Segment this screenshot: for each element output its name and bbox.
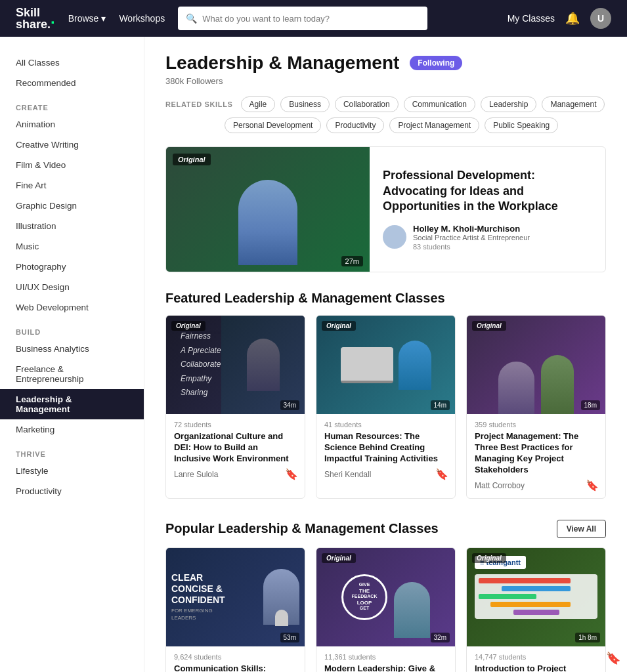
browse-menu[interactable]: Browse ▾ bbox=[68, 13, 106, 24]
pop-card-3-title: Introduction to Project Management: Meth… bbox=[475, 663, 597, 672]
featured-thumb-bg bbox=[166, 147, 370, 272]
popular-cards-grid: CLEARCONCISE &CONFIDENT FOR EMERGINGLEAD… bbox=[165, 547, 606, 672]
logo[interactable]: Skill share. . bbox=[16, 7, 55, 30]
featured-card-2[interactable]: Original 14m 41 students Human Resources… bbox=[316, 315, 456, 499]
sidebar-section-thrive: THRIVE bbox=[0, 440, 144, 461]
pop-card-2-body: 11,361 students Modern Leadership: Give … bbox=[316, 646, 455, 672]
skill-tag-productivity[interactable]: Productivity bbox=[326, 117, 384, 133]
pop-card-3-duration: 1h 8m bbox=[575, 633, 600, 642]
sidebar-item-marketing[interactable]: Marketing bbox=[0, 419, 144, 440]
card-2-bookmark-icon[interactable]: 🔖 bbox=[435, 468, 448, 480]
skill-tag-personal-dev[interactable]: Personal Development bbox=[225, 117, 321, 133]
sidebar-item-creative-writing[interactable]: Creative Writing bbox=[0, 135, 144, 155]
sidebar-item-photography[interactable]: Photography bbox=[0, 257, 144, 277]
pop-card-2-students: 11,361 students bbox=[324, 653, 447, 661]
card-3-instructor: Matt Corroboy bbox=[475, 481, 597, 490]
sidebar-item-leadership[interactable]: Leadership & Management bbox=[0, 389, 144, 419]
card-1-title: Organizational Culture and DEI: How to B… bbox=[174, 431, 297, 465]
sidebar-item-freelance[interactable]: Freelance & Entrepreneurship bbox=[0, 359, 144, 389]
card-3-students: 359 students bbox=[475, 421, 597, 429]
sidebar-item-music[interactable]: Music bbox=[0, 236, 144, 257]
instructor-name: Holley M. Kholi-Murchison bbox=[413, 224, 530, 234]
card-2-badge: Original bbox=[322, 321, 356, 331]
card-2-instructor: Sheri Kendall bbox=[324, 470, 447, 479]
card-1-bookmark-icon[interactable]: 🔖 bbox=[285, 468, 298, 480]
popular-card-2[interactable]: GIVE THE FEEDBACK LOOP GET Original 32m … bbox=[316, 547, 456, 672]
avatar[interactable]: U bbox=[590, 8, 611, 29]
sidebar-item-ui-ux[interactable]: UI/UX Design bbox=[0, 277, 144, 297]
logo-dot: . bbox=[51, 9, 55, 28]
featured-info: Professional Development: Advocating for… bbox=[370, 147, 605, 272]
skill-tag-project-mgmt[interactable]: Project Management bbox=[389, 117, 479, 133]
related-skills: RELATED SKILLS Agile Business Collaborat… bbox=[165, 96, 606, 112]
instructor-avatar bbox=[383, 225, 406, 249]
pop-card-3-badge: Original bbox=[472, 553, 506, 563]
skill-tag-public-speaking[interactable]: Public Speaking bbox=[485, 117, 558, 133]
nav-right: My Classes 🔔 U bbox=[508, 8, 611, 29]
sidebar-item-animation[interactable]: Animation bbox=[0, 114, 144, 135]
pop-card-1-body: 9,624 students Communication Skills: Bec… bbox=[166, 646, 305, 672]
notification-bell-icon[interactable]: 🔔 bbox=[565, 11, 580, 26]
skill-tag-collaboration[interactable]: Collaboration bbox=[335, 96, 399, 112]
featured-original-card[interactable]: Original 27m Professional Development: A… bbox=[165, 146, 606, 272]
featured-card-1[interactable]: FairnessA PpreciateCollaborateEmpathySha… bbox=[165, 315, 305, 499]
followers-count: 380k Followers bbox=[165, 76, 606, 86]
page-header: Leadership & Management Following bbox=[165, 52, 606, 74]
featured-section-title: Featured Leadership & Management Classes bbox=[165, 291, 606, 306]
popular-section-header: Popular Leadership & Management Classes … bbox=[165, 520, 606, 538]
related-skills-row2: Personal Development Productivity Projec… bbox=[165, 117, 606, 133]
card-1-body: 72 students Organizational Culture and D… bbox=[166, 414, 305, 487]
sidebar-item-web-dev[interactable]: Web Development bbox=[0, 297, 144, 318]
feedback-circle: GIVE THE FEEDBACK LOOP GET bbox=[341, 574, 387, 620]
pop-card-3-body: 14,747 students Introduction to Project … bbox=[467, 646, 605, 672]
featured-thumbnail: Original 27m bbox=[166, 147, 370, 272]
pop-card-2-badge: Original bbox=[322, 553, 356, 563]
sidebar-item-film-video[interactable]: Film & Video bbox=[0, 155, 144, 175]
sidebar-section-create: CREATE bbox=[0, 93, 144, 114]
workshops-link[interactable]: Workshops bbox=[119, 13, 165, 24]
card-1-badge: Original bbox=[171, 321, 205, 331]
sidebar-item-all-classes[interactable]: All Classes bbox=[0, 52, 144, 73]
featured-card-3[interactable]: Original 18m 359 students Project Manage… bbox=[466, 315, 606, 499]
skill-tag-agile[interactable]: Agile bbox=[241, 96, 276, 112]
sidebar-item-lifestyle[interactable]: Lifestyle bbox=[0, 461, 144, 481]
sidebar-item-graphic-design[interactable]: Graphic Design bbox=[0, 196, 144, 216]
logo-text: Skill share. bbox=[16, 7, 51, 30]
sidebar-item-illustration[interactable]: Illustration bbox=[0, 216, 144, 236]
pop-card-1-duration: 53m bbox=[280, 633, 299, 642]
skill-tag-communication[interactable]: Communication bbox=[404, 96, 475, 112]
card-thumbnail-3: Original 18m bbox=[467, 316, 605, 414]
skill-tag-leadership[interactable]: Leadership bbox=[481, 96, 536, 112]
pop-card-thumb-bg-1: CLEARCONCISE &CONFIDENT FOR EMERGINGLEAD… bbox=[166, 548, 305, 646]
card-3-duration: 18m bbox=[581, 400, 600, 410]
featured-duration: 27m bbox=[341, 256, 363, 266]
following-badge[interactable]: Following bbox=[410, 56, 462, 70]
popular-section-title: Popular Leadership & Management Classes bbox=[165, 521, 439, 536]
search-icon: 🔍 bbox=[186, 13, 197, 24]
sidebar-item-productivity[interactable]: Productivity bbox=[0, 481, 144, 501]
view-all-button[interactable]: View All bbox=[557, 520, 606, 538]
sidebar: All Classes Recommended CREATE Animation… bbox=[0, 37, 144, 672]
card-3-bookmark-icon[interactable]: 🔖 bbox=[586, 479, 599, 492]
my-classes-link[interactable]: My Classes bbox=[508, 13, 555, 24]
sidebar-item-recommended[interactable]: Recommended bbox=[0, 73, 144, 93]
card-2-duration: 14m bbox=[431, 400, 450, 410]
popular-card-1[interactable]: CLEARCONCISE &CONFIDENT FOR EMERGINGLEAD… bbox=[165, 547, 305, 672]
page-layout: All Classes Recommended CREATE Animation… bbox=[0, 37, 627, 672]
search-input[interactable] bbox=[202, 14, 420, 24]
chevron-down-icon: ▾ bbox=[101, 13, 106, 24]
skills-label: RELATED SKILLS bbox=[165, 100, 233, 108]
skill-tag-business[interactable]: Business bbox=[280, 96, 330, 112]
popular-card-3[interactable]: ≡ teamgantt Original 1h 8m bbox=[466, 547, 606, 672]
featured-original-badge: Original bbox=[173, 154, 211, 165]
pop-card-thumbnail-3: ≡ teamgantt Original 1h 8m bbox=[467, 548, 605, 646]
card-1-duration: 34m bbox=[280, 400, 299, 410]
featured-cards-grid: FairnessA PpreciateCollaborateEmpathySha… bbox=[165, 315, 606, 499]
card-3-badge: Original bbox=[472, 321, 506, 331]
skill-tag-management[interactable]: Management bbox=[542, 96, 605, 112]
pop-card-2-title: Modern Leadership: Give & Get Honest Fee… bbox=[324, 663, 447, 672]
writing-text: FairnessA PpreciateCollaborateEmpathySha… bbox=[174, 323, 228, 407]
card-3-body: 359 students Project Management: The Thr… bbox=[467, 414, 605, 498]
sidebar-item-business-analytics[interactable]: Business Analytics bbox=[0, 339, 144, 359]
sidebar-item-fine-art[interactable]: Fine Art bbox=[0, 175, 144, 196]
